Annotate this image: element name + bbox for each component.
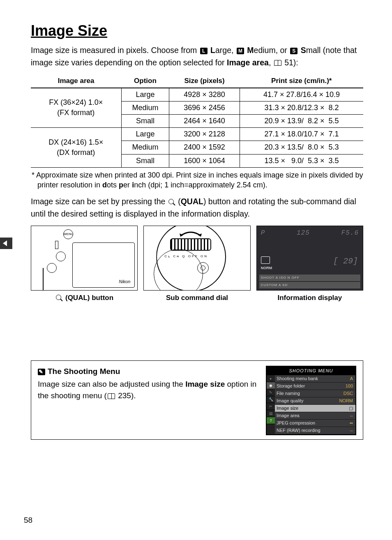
shooting-menu-tip-box: The Shooting Menu Image size can also be… — [31, 360, 363, 440]
medium-icon: M — [237, 48, 244, 54]
caption-sub-dial: Sub command dial — [143, 293, 250, 303]
size-table: Image area Option Size (pixels) Print si… — [31, 74, 363, 168]
pencil-icon — [38, 369, 45, 375]
page-heading: Image Size — [31, 21, 363, 41]
shooting-menu-screenshot: SHOOTING MENU ▸ ◉ ✎ 🔧 ✂ ▤ ? Shooting men… — [266, 366, 356, 435]
sub-command-dial-illustration: Cʟ Cʜ Q OFF ON — [143, 226, 250, 291]
small-icon: S — [290, 48, 297, 54]
intro-paragraph: Image size is measured in pixels. Choose… — [31, 44, 363, 69]
information-display-illustration: P125F5.6 [ 29] NORM SHOOT A ISO N OFF CU… — [256, 226, 363, 291]
dx-area-cell: DX (24×16) 1.5× (DX format) — [31, 128, 121, 168]
fx-area-cell: FX (36×24) 1.0× (FX format) — [31, 88, 121, 128]
caption-info-display: Information display — [256, 293, 363, 303]
table-footnote: * Approximate size when printed at 300 d… — [31, 170, 363, 190]
large-icon: L — [200, 48, 208, 54]
magnify-plus-icon — [168, 199, 175, 205]
instruction-paragraph: Image size can be set by pressing the (Q… — [31, 196, 363, 220]
qual-button-illustration: MENU Nikon — [31, 226, 138, 291]
book-icon — [108, 393, 115, 399]
page-number: 58 — [24, 515, 32, 526]
book-icon — [274, 60, 281, 66]
caption-qual-button: (QUAL) button — [31, 293, 138, 303]
sidebar-camera-icon — [0, 238, 12, 249]
